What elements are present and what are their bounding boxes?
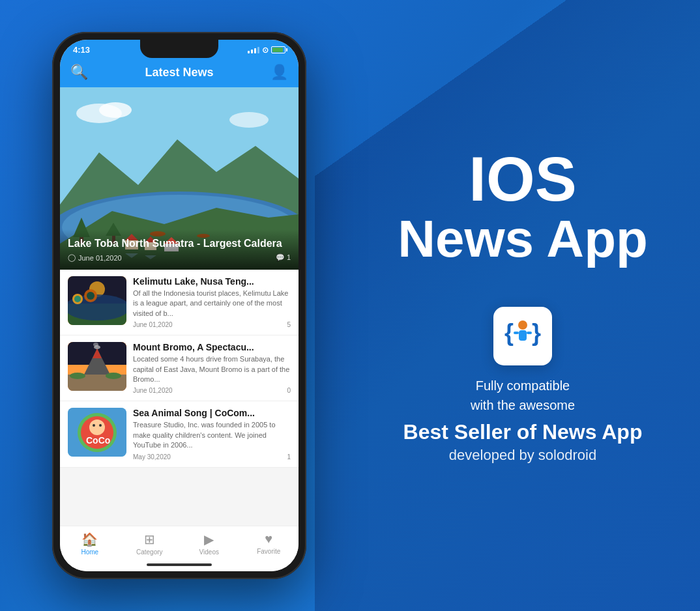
phone-section: 4:13 ⊙ 🔍 Latest News [0, 0, 358, 611]
profile-icon[interactable]: 👤 [270, 64, 288, 81]
hero-comments: 💬 1 [276, 253, 291, 262]
svg-text:}: } [532, 319, 541, 346]
svg-point-28 [74, 296, 81, 302]
svg-point-19 [229, 112, 269, 128]
nav-videos[interactable]: ▶ Videos [179, 532, 239, 556]
news-title-3: Sea Animal Song | CoCom... [133, 408, 257, 418]
svg-rect-52 [519, 330, 527, 341]
hero-card[interactable]: Lake Toba North Sumatra - Largest Calder… [60, 87, 299, 270]
news-info-2: Mount Bromo, A Spectacu... Located some … [133, 342, 291, 394]
news-info-1: Kelimutu Lake, Nusa Teng... Of all the I… [133, 276, 291, 328]
news-list: Kelimutu Lake, Nusa Teng... Of all the I… [60, 270, 299, 468]
news-info-3: Sea Animal Song | CoCom... Treasure Stud… [133, 408, 291, 460]
favorite-nav-label: Favorite [257, 548, 280, 555]
news-item-2[interactable]: Mount Bromo, A Spectacu... Located some … [60, 335, 299, 401]
news-comments-2: 0 [287, 387, 291, 394]
signal-icon [248, 47, 259, 53]
news-comments-3: 1 [287, 453, 291, 461]
clock-icon: ◯ [68, 253, 76, 262]
svg-point-18 [99, 102, 132, 118]
news-excerpt-2: Located some 4 hours drive from Surabaya… [133, 354, 291, 384]
news-meta-3: May 30,2020 1 [133, 453, 291, 461]
app-header: 🔍 Latest News 👤 [60, 57, 299, 87]
svg-point-46 [93, 424, 95, 427]
phone-screen: 4:13 ⊙ 🔍 Latest News [60, 40, 299, 571]
comment-icon: 💬 [276, 253, 285, 261]
notch [140, 40, 218, 58]
news-item-3[interactable]: CoCo Sea Animal Song | CoCom... Treasure… [60, 401, 299, 467]
news-item[interactable]: Kelimutu Lake, Nusa Teng... Of all the I… [60, 270, 299, 335]
hero-meta: ◯ June 01,2020 💬 1 [68, 253, 291, 262]
home-indicator [60, 558, 299, 571]
nav-home[interactable]: 🏠 Home [60, 532, 120, 556]
svg-text:CoCo: CoCo [86, 435, 110, 446]
hero-title: Lake Toba North Sumatra - Largest Calder… [68, 237, 291, 251]
videos-nav-label: Videos [199, 548, 219, 556]
developer-text: developed by solodroid [449, 447, 596, 464]
svg-rect-53 [514, 332, 519, 334]
videos-nav-icon: ▶ [204, 532, 214, 547]
hero-overlay: Lake Toba North Sumatra - Largest Calder… [60, 229, 299, 270]
hero-date: June 01,2020 [78, 254, 122, 262]
news-title-1: Kelimutu Lake, Nusa Teng... [133, 276, 257, 287]
search-icon[interactable]: 🔍 [70, 64, 88, 81]
app-title: Latest News [88, 66, 270, 79]
bottom-nav: 🏠 Home ⊞ Category ▶ Videos ♥ Favorite [60, 526, 299, 558]
news-thumb-3: CoCo [68, 408, 126, 457]
compatible-text: Fully compatible with the awesome [471, 376, 575, 415]
home-nav-icon: 🏠 [81, 532, 98, 547]
compatible-line1: Fully compatible [476, 378, 570, 393]
app-icon-container: { } [493, 307, 552, 365]
svg-point-40 [106, 373, 121, 379]
best-seller-text: Best Seller of News App [403, 420, 643, 444]
app-content: Lake Toba North Sumatra - Largest Calder… [60, 87, 299, 526]
svg-point-30 [87, 292, 95, 300]
category-nav-icon: ⊞ [144, 532, 155, 547]
news-excerpt-3: Treasure Studio, Inc. was founded in 200… [133, 420, 291, 450]
favorite-nav-icon: ♥ [265, 532, 272, 547]
ios-title: IOS [469, 148, 576, 210]
news-date-2: June 01,2020 [133, 387, 173, 394]
hero-date-area: ◯ June 01,2020 [68, 253, 122, 262]
category-nav-label: Category [136, 548, 163, 556]
marketing-section: IOS News App { } Fully compatible with t… [358, 122, 700, 490]
home-nav-label: Home [81, 548, 98, 556]
news-date-1: June 01,2020 [133, 321, 173, 328]
svg-point-39 [70, 373, 85, 379]
news-meta-2: June 01,2020 0 [133, 387, 291, 394]
home-bar [147, 563, 212, 566]
news-thumb-2 [68, 342, 126, 391]
news-app-title: News App [398, 210, 648, 268]
svg-point-37 [93, 343, 98, 347]
nav-category[interactable]: ⊞ Category [120, 532, 180, 556]
compatible-line2: with the awesome [471, 398, 575, 412]
svg-point-51 [518, 320, 527, 330]
phone-frame: 4:13 ⊙ 🔍 Latest News [52, 32, 306, 579]
status-icons: ⊙ [248, 46, 285, 55]
news-meta-1: June 01,2020 5 [133, 321, 291, 328]
nav-favorite[interactable]: ♥ Favorite [239, 532, 299, 556]
battery-icon [271, 46, 285, 53]
svg-text:{: { [504, 319, 514, 346]
hero-comment-count: 1 [287, 253, 291, 261]
svg-rect-54 [527, 332, 532, 334]
news-title-2: Mount Bromo, A Spectacu... [133, 342, 257, 352]
status-time: 4:13 [73, 45, 90, 55]
svg-point-47 [99, 424, 102, 427]
news-excerpt-1: Of all the Indonesia tourist places, Kel… [133, 289, 291, 319]
svg-point-45 [89, 419, 105, 435]
news-date-3: May 30,2020 [133, 453, 171, 461]
wifi-icon: ⊙ [262, 46, 269, 55]
news-thumb-1 [68, 276, 126, 325]
news-comments-1: 5 [287, 321, 291, 328]
app-icon: { } [503, 313, 542, 358]
